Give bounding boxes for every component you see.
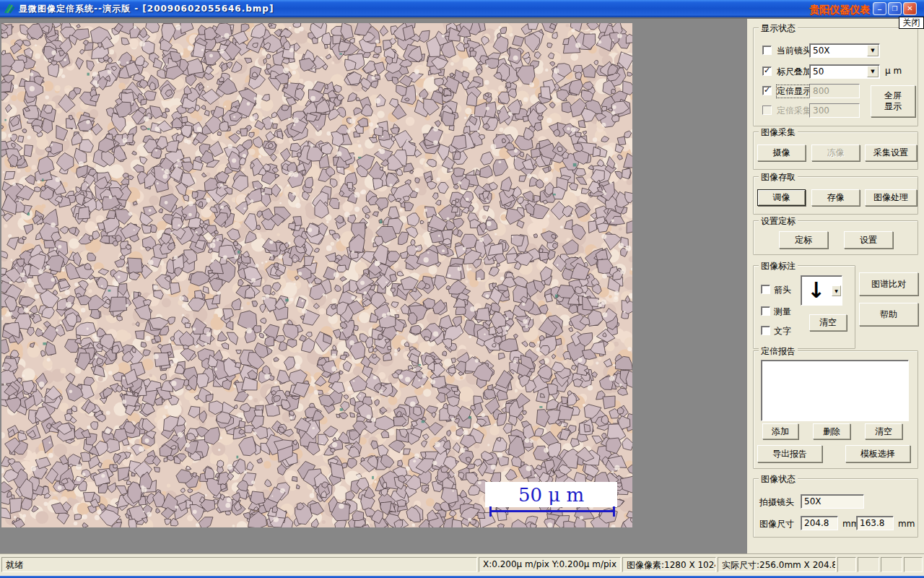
text-label: 文字 xyxy=(774,325,791,337)
report-export-button[interactable]: 导出报告 xyxy=(757,445,822,462)
arrow-checkbox[interactable] xyxy=(761,285,770,294)
fixed-display-checkbox[interactable] xyxy=(762,86,772,95)
current-lens-checkbox[interactable] xyxy=(762,46,772,55)
status-empty-segment xyxy=(904,557,923,572)
restore-button[interactable] xyxy=(888,2,902,15)
status-image-pixels: 图像像素:1280 X 1024 xyxy=(622,557,716,572)
annotation-clear-button[interactable]: 清空 xyxy=(809,314,847,331)
group-report-title: 定倍报告 xyxy=(759,345,798,358)
image-height-field: 163.8 xyxy=(856,516,894,530)
ruler-overlay-checkbox[interactable] xyxy=(762,66,772,76)
height-unit-label: mm xyxy=(898,519,915,529)
status-empty-segment xyxy=(858,557,879,572)
capture-settings-button[interactable]: 采集设置 xyxy=(865,144,917,161)
report-template-button[interactable]: 模板选择 xyxy=(845,445,910,462)
fullscreen-button-line1: 全屏 xyxy=(884,90,902,101)
dropdown-arrow-icon[interactable] xyxy=(867,66,879,77)
window-controls xyxy=(873,2,917,15)
fixed-capture-input: 300 xyxy=(809,103,860,118)
control-panel: 显示状态 当前镜头 50X 标尺叠加 50 μ m 定倍显示 800 定倍采集 … xyxy=(747,17,924,553)
report-clear-button[interactable]: 清空 xyxy=(865,423,902,439)
image-process-button[interactable]: 图像处理 xyxy=(865,189,917,206)
fixed-display-label: 定倍显示 xyxy=(777,85,811,98)
fullscreen-button[interactable]: 全屏 显示 xyxy=(871,85,915,117)
minimize-button[interactable] xyxy=(873,2,886,15)
group-display-status-title: 显示状态 xyxy=(759,22,798,35)
save-image-button[interactable]: 存像 xyxy=(811,189,860,206)
app-icon xyxy=(4,3,15,14)
dropdown-arrow-icon[interactable] xyxy=(832,285,841,296)
current-lens-value: 50X xyxy=(810,46,866,56)
vendor-watermark: 贵阳仪器仪表 xyxy=(809,4,870,17)
group-calibration-title: 设置定标 xyxy=(759,215,798,228)
down-arrow-icon: ↓ xyxy=(801,276,831,305)
text-checkbox[interactable] xyxy=(761,326,770,335)
shoot-button[interactable]: 摄像 xyxy=(757,144,806,161)
close-button[interactable] xyxy=(903,2,917,15)
group-annotation-title: 图像标注 xyxy=(759,260,798,272)
freeze-button: 冻像 xyxy=(811,144,860,161)
group-display-status: 显示状态 当前镜头 50X 标尺叠加 50 μ m 定倍显示 800 定倍采集 … xyxy=(753,27,918,126)
current-lens-label: 当前镜头 xyxy=(777,45,811,57)
group-capture-title: 图像采集 xyxy=(759,126,798,139)
fixed-capture-label: 定倍采集 xyxy=(777,105,811,117)
group-image-status-title: 图像状态 xyxy=(759,473,798,486)
image-width-field: 204.8 xyxy=(801,516,838,530)
fullscreen-button-line2: 显示 xyxy=(884,101,902,112)
measure-label: 测量 xyxy=(774,306,791,318)
status-empty-segment xyxy=(837,557,856,572)
scale-bar-label: 50 μ m xyxy=(518,484,584,506)
group-report: 定倍报告 添加 删除 清空 导出报告 模板选择 xyxy=(753,350,918,469)
report-list[interactable] xyxy=(761,360,909,421)
ruler-overlay-label: 标尺叠加 xyxy=(777,66,811,78)
group-storage: 图像存取 调像 存像 图像处理 xyxy=(753,176,918,215)
atlas-compare-button[interactable]: 图谱比对 xyxy=(859,272,918,296)
scale-bar-box: 50 μ m xyxy=(485,482,617,507)
status-ready: 就绪 xyxy=(1,557,477,572)
calibrate-button[interactable]: 定标 xyxy=(779,231,828,249)
group-annotation: 图像标注 箭头 ↓ 测量 清空 文字 xyxy=(753,265,855,349)
report-add-button[interactable]: 添加 xyxy=(762,423,798,439)
micrograph-image[interactable] xyxy=(1,23,632,527)
size-label: 图像尺寸 xyxy=(759,518,794,530)
micrograph-viewport[interactable]: 50 μ m xyxy=(1,23,632,527)
arrow-style-select[interactable]: ↓ xyxy=(801,275,842,306)
status-empty-segment xyxy=(881,557,902,572)
ruler-value: 50 xyxy=(810,66,866,77)
lens-value-field: 50X xyxy=(801,494,864,509)
workspace: 50 μ m xyxy=(0,17,747,553)
report-delete-button[interactable]: 删除 xyxy=(813,423,850,439)
group-storage-title: 图像存取 xyxy=(759,171,798,184)
help-button[interactable]: 帮助 xyxy=(859,303,918,326)
status-bar: 就绪 X:0.200μ m/pix Y:0.200μ m/pix 图像像素:12… xyxy=(0,553,924,576)
lens-label: 拍摄镜头 xyxy=(759,496,794,509)
current-lens-select[interactable]: 50X xyxy=(809,43,880,58)
measure-checkbox[interactable] xyxy=(761,306,770,316)
ruler-unit-label: μ m xyxy=(885,66,902,76)
load-image-button[interactable]: 调像 xyxy=(757,189,806,206)
window-title: 显微图像定倍系统--演示版 - [20090602055646.bmp] xyxy=(19,3,274,15)
fixed-display-input: 800 xyxy=(809,84,860,98)
group-image-status: 图像状态 拍摄镜头 50X 图像尺寸 204.8 mm 163.8 mm xyxy=(753,478,918,538)
status-pixel-scale: X:0.200μ m/pix Y:0.200μ m/pix xyxy=(479,557,621,572)
title-bar: 显微图像定倍系统--演示版 - [20090602055646.bmp] xyxy=(0,0,924,17)
fixed-capture-checkbox xyxy=(762,105,772,115)
scale-bar-rule xyxy=(489,506,615,517)
arrow-label: 箭头 xyxy=(774,284,791,296)
dropdown-arrow-icon[interactable] xyxy=(867,45,879,56)
group-calibration: 设置定标 定标 设置 xyxy=(753,220,918,255)
calibration-settings-button[interactable]: 设置 xyxy=(844,231,893,249)
ruler-value-select[interactable]: 50 xyxy=(809,64,880,79)
scale-bar-line xyxy=(492,510,613,512)
status-actual-size: 实际尺寸:256.0mm X 204.8mm xyxy=(718,557,836,572)
group-capture: 图像采集 摄像 冻像 采集设置 xyxy=(753,131,918,170)
close-tooltip: 关闭 xyxy=(899,17,924,29)
